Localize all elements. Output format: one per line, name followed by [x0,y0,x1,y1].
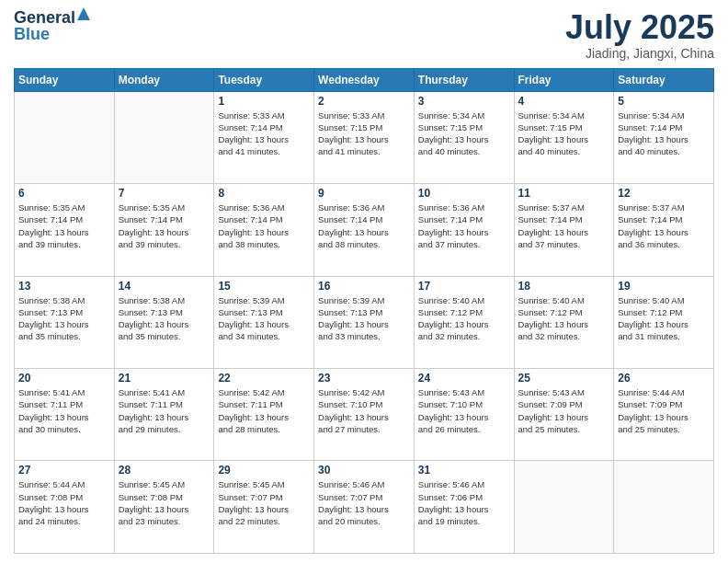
day-info: Sunrise: 5:34 AMSunset: 7:15 PMDaylight:… [418,109,510,158]
weekday-header-row: Sunday Monday Tuesday Wednesday Thursday… [15,68,714,91]
day-info: Sunrise: 5:44 AMSunset: 7:08 PMDaylight:… [18,478,110,527]
table-row: 22Sunrise: 5:42 AMSunset: 7:11 PMDayligh… [214,369,314,461]
table-row: 31Sunrise: 5:46 AMSunset: 7:06 PMDayligh… [414,461,514,554]
table-row: 6Sunrise: 5:35 AMSunset: 7:14 PMDaylight… [15,184,115,276]
day-number: 3 [418,95,510,108]
table-row [114,91,214,183]
location: Jiading, Jiangxi, China [565,46,714,61]
day-number: 29 [218,464,310,477]
table-row: 10Sunrise: 5:36 AMSunset: 7:14 PMDayligh… [414,184,514,276]
day-number: 12 [618,187,710,200]
table-row: 2Sunrise: 5:33 AMSunset: 7:15 PMDaylight… [314,91,415,183]
table-row: 8Sunrise: 5:36 AMSunset: 7:14 PMDaylight… [214,184,314,276]
table-row: 29Sunrise: 5:45 AMSunset: 7:07 PMDayligh… [214,461,314,554]
table-row: 27Sunrise: 5:44 AMSunset: 7:08 PMDayligh… [15,461,115,554]
table-row: 23Sunrise: 5:42 AMSunset: 7:10 PMDayligh… [314,369,415,461]
table-row: 17Sunrise: 5:40 AMSunset: 7:12 PMDayligh… [414,276,514,368]
table-row: 15Sunrise: 5:39 AMSunset: 7:13 PMDayligh… [214,276,314,368]
month-title: July 2025 [565,9,714,46]
table-row: 21Sunrise: 5:41 AMSunset: 7:11 PMDayligh… [114,369,214,461]
day-number: 4 [518,95,610,108]
table-row: 9Sunrise: 5:36 AMSunset: 7:14 PMDaylight… [314,184,415,276]
table-row: 26Sunrise: 5:44 AMSunset: 7:09 PMDayligh… [614,369,714,461]
day-info: Sunrise: 5:42 AMSunset: 7:10 PMDaylight:… [318,386,410,435]
day-info: Sunrise: 5:33 AMSunset: 7:15 PMDaylight:… [318,109,410,158]
day-number: 7 [119,187,210,200]
table-row: 4Sunrise: 5:34 AMSunset: 7:15 PMDaylight… [514,91,614,183]
table-row [614,461,714,554]
logo-triangle-icon [77,7,90,24]
day-info: Sunrise: 5:41 AMSunset: 7:11 PMDaylight:… [119,386,210,435]
day-info: Sunrise: 5:34 AMSunset: 7:15 PMDaylight:… [518,109,610,158]
day-number: 19 [618,280,710,293]
table-row: 16Sunrise: 5:39 AMSunset: 7:13 PMDayligh… [314,276,415,368]
day-number: 24 [418,372,510,385]
table-row: 19Sunrise: 5:40 AMSunset: 7:12 PMDayligh… [614,276,714,368]
table-row [15,91,115,183]
col-wednesday: Wednesday [314,68,415,91]
day-number: 17 [418,280,510,293]
table-row: 7Sunrise: 5:35 AMSunset: 7:14 PMDaylight… [114,184,214,276]
col-thursday: Thursday [414,68,514,91]
table-row: 24Sunrise: 5:43 AMSunset: 7:10 PMDayligh… [414,369,514,461]
day-number: 13 [18,280,110,293]
svg-marker-0 [77,7,90,20]
title-section: July 2025 Jiading, Jiangxi, China [565,9,714,61]
day-number: 2 [318,95,410,108]
day-number: 5 [618,95,710,108]
day-number: 31 [418,464,510,477]
day-info: Sunrise: 5:40 AMSunset: 7:12 PMDaylight:… [418,294,510,343]
day-info: Sunrise: 5:46 AMSunset: 7:07 PMDaylight:… [318,478,410,527]
day-info: Sunrise: 5:38 AMSunset: 7:13 PMDaylight:… [119,294,210,343]
day-number: 11 [518,187,610,200]
day-info: Sunrise: 5:40 AMSunset: 7:12 PMDaylight:… [618,294,710,343]
day-number: 16 [318,280,410,293]
logo: General Blue [14,9,90,42]
table-row: 20Sunrise: 5:41 AMSunset: 7:11 PMDayligh… [15,369,115,461]
col-saturday: Saturday [614,68,714,91]
col-sunday: Sunday [15,68,115,91]
table-row: 18Sunrise: 5:40 AMSunset: 7:12 PMDayligh… [514,276,614,368]
table-row: 13Sunrise: 5:38 AMSunset: 7:13 PMDayligh… [15,276,115,368]
day-info: Sunrise: 5:46 AMSunset: 7:06 PMDaylight:… [418,478,510,527]
page: General Blue July 2025 Jiading, Jiangxi,… [0,0,728,563]
header: General Blue July 2025 Jiading, Jiangxi,… [14,9,714,61]
day-info: Sunrise: 5:36 AMSunset: 7:14 PMDaylight:… [218,201,310,250]
day-number: 28 [119,464,210,477]
day-info: Sunrise: 5:41 AMSunset: 7:11 PMDaylight:… [18,386,110,435]
day-number: 15 [218,280,310,293]
day-info: Sunrise: 5:39 AMSunset: 7:13 PMDaylight:… [318,294,410,343]
day-info: Sunrise: 5:44 AMSunset: 7:09 PMDaylight:… [618,386,710,435]
day-number: 27 [18,464,110,477]
col-monday: Monday [114,68,214,91]
day-info: Sunrise: 5:43 AMSunset: 7:10 PMDaylight:… [418,386,510,435]
logo-general: General [14,9,75,26]
day-info: Sunrise: 5:37 AMSunset: 7:14 PMDaylight:… [618,201,710,250]
day-number: 1 [218,95,310,108]
day-info: Sunrise: 5:45 AMSunset: 7:07 PMDaylight:… [218,478,310,527]
calendar: Sunday Monday Tuesday Wednesday Thursday… [14,68,714,554]
day-info: Sunrise: 5:39 AMSunset: 7:13 PMDaylight:… [218,294,310,343]
day-number: 6 [18,187,110,200]
day-number: 30 [318,464,410,477]
table-row: 3Sunrise: 5:34 AMSunset: 7:15 PMDaylight… [414,91,514,183]
table-row: 11Sunrise: 5:37 AMSunset: 7:14 PMDayligh… [514,184,614,276]
day-number: 20 [18,372,110,385]
table-row: 30Sunrise: 5:46 AMSunset: 7:07 PMDayligh… [314,461,415,554]
day-info: Sunrise: 5:35 AMSunset: 7:14 PMDaylight:… [18,201,110,250]
day-number: 8 [218,187,310,200]
day-info: Sunrise: 5:40 AMSunset: 7:12 PMDaylight:… [518,294,610,343]
day-info: Sunrise: 5:33 AMSunset: 7:14 PMDaylight:… [218,109,310,158]
day-number: 14 [119,280,210,293]
day-info: Sunrise: 5:37 AMSunset: 7:14 PMDaylight:… [518,201,610,250]
day-number: 25 [518,372,610,385]
day-info: Sunrise: 5:42 AMSunset: 7:11 PMDaylight:… [218,386,310,435]
table-row [514,461,614,554]
table-row: 5Sunrise: 5:34 AMSunset: 7:14 PMDaylight… [614,91,714,183]
table-row: 1Sunrise: 5:33 AMSunset: 7:14 PMDaylight… [214,91,314,183]
day-info: Sunrise: 5:35 AMSunset: 7:14 PMDaylight:… [119,201,210,250]
day-info: Sunrise: 5:45 AMSunset: 7:08 PMDaylight:… [119,478,210,527]
day-number: 18 [518,280,610,293]
day-info: Sunrise: 5:36 AMSunset: 7:14 PMDaylight:… [418,201,510,250]
day-info: Sunrise: 5:34 AMSunset: 7:14 PMDaylight:… [618,109,710,158]
